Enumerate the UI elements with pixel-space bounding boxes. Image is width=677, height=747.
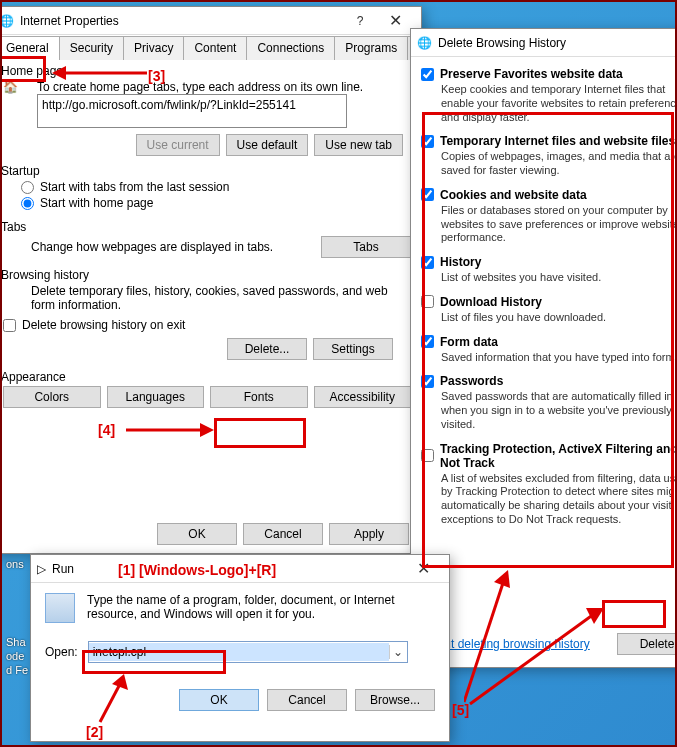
tab-strip: General Security Privacy Content Connect… xyxy=(0,35,421,60)
cancel-button[interactable]: Cancel xyxy=(267,689,347,711)
option-label: Passwords xyxy=(440,374,503,388)
close-button[interactable]: ✕ xyxy=(375,11,415,30)
colors-button[interactable]: Colors xyxy=(3,386,101,408)
delhist-option-7[interactable]: Tracking Protection, ActiveX Filtering a… xyxy=(421,442,677,470)
delete-confirm-button[interactable]: Delete xyxy=(617,633,677,655)
option-desc: A list of websites excluded from filteri… xyxy=(441,472,677,527)
homepage-label: Home page xyxy=(0,60,421,78)
delhist-option-0[interactable]: Preserve Favorites website data xyxy=(421,67,677,81)
startup-last-session-radio[interactable]: Start with tabs from the last session xyxy=(21,180,411,194)
delhist-option-6[interactable]: Passwords xyxy=(421,374,677,388)
open-label: Open: xyxy=(45,645,78,659)
desktop-label: d Fe xyxy=(6,664,28,676)
fonts-button[interactable]: Fonts xyxy=(210,386,308,408)
window-title: Delete Browsing History xyxy=(438,36,566,50)
run-title-icon: ▷ xyxy=(37,562,46,576)
tabs-label: Tabs xyxy=(0,216,421,234)
tab-general[interactable]: General xyxy=(0,36,60,60)
delhist-option-5[interactable]: Form data xyxy=(421,335,677,349)
homepage-hint: To create home page tabs, type each addr… xyxy=(37,80,363,94)
languages-button[interactable]: Languages xyxy=(107,386,205,408)
delete-on-exit-checkbox[interactable]: Delete browsing history on exit xyxy=(3,318,411,332)
use-new-tab-button[interactable]: Use new tab xyxy=(314,134,403,156)
ok-button[interactable]: OK xyxy=(157,523,237,545)
run-dialog: ▷ Run ✕ Type the name of a program, fold… xyxy=(30,554,450,742)
appearance-label: Appearance xyxy=(0,366,421,384)
desktop-label: ode xyxy=(6,650,24,662)
option-label: Form data xyxy=(440,335,498,349)
startup-label: Startup xyxy=(0,160,421,178)
tabs-button[interactable]: Tabs xyxy=(321,236,411,258)
tabs-hint: Change how webpages are displayed in tab… xyxy=(31,240,273,254)
option-desc: Saved information that you have typed in… xyxy=(441,351,677,365)
option-label: Preserve Favorites website data xyxy=(440,67,623,81)
startup-home-page-radio[interactable]: Start with home page xyxy=(21,196,411,210)
window-title: Internet Properties xyxy=(20,14,119,28)
delhist-option-1[interactable]: Temporary Internet files and website fil… xyxy=(421,134,677,148)
option-desc: List of files you have downloaded. xyxy=(441,311,677,325)
annotation-5: [5] xyxy=(452,702,469,718)
browsing-history-hint: Delete temporary files, history, cookies… xyxy=(31,284,411,312)
internet-properties-window: 🌐 Internet Properties ? ✕ General Securi… xyxy=(0,6,422,554)
homepage-input[interactable] xyxy=(37,94,347,128)
option-label: History xyxy=(440,255,481,269)
globe-icon: 🌐 xyxy=(0,14,14,28)
delhist-option-2[interactable]: Cookies and website data xyxy=(421,188,677,202)
option-label: Tracking Protection, ActiveX Filtering a… xyxy=(440,442,677,470)
use-default-button[interactable]: Use default xyxy=(226,134,309,156)
titlebar: 🌐 Delete Browsing History xyxy=(411,29,677,57)
open-combobox[interactable]: ⌄ xyxy=(88,641,408,663)
option-desc: Copies of webpages, images, and media th… xyxy=(441,150,677,178)
use-current-button: Use current xyxy=(136,134,220,156)
accessibility-button[interactable]: Accessibility xyxy=(314,386,412,408)
option-label: Cookies and website data xyxy=(440,188,587,202)
desktop-label: ons xyxy=(6,558,24,570)
titlebar: 🌐 Internet Properties ? ✕ xyxy=(0,7,421,35)
tab-programs[interactable]: Programs xyxy=(334,36,408,60)
tab-content[interactable]: Content xyxy=(183,36,247,60)
option-desc: List of websites you have visited. xyxy=(441,271,677,285)
option-desc: Files or databases stored on your comput… xyxy=(441,204,677,245)
chevron-down-icon[interactable]: ⌄ xyxy=(389,645,407,659)
titlebar: ▷ Run ✕ xyxy=(31,555,449,583)
run-icon xyxy=(45,593,75,623)
close-button[interactable]: ✕ xyxy=(403,559,443,578)
globe-icon: 🌐 xyxy=(417,36,432,50)
open-input[interactable] xyxy=(89,643,389,661)
cancel-button[interactable]: Cancel xyxy=(243,523,323,545)
option-desc: Keep cookies and temporary Internet file… xyxy=(441,83,677,124)
run-hint: Type the name of a program, folder, docu… xyxy=(87,593,435,623)
tab-privacy[interactable]: Privacy xyxy=(123,36,184,60)
delhist-option-3[interactable]: History xyxy=(421,255,677,269)
delete-button[interactable]: Delete... xyxy=(227,338,307,360)
tab-connections[interactable]: Connections xyxy=(246,36,335,60)
settings-button[interactable]: Settings xyxy=(313,338,393,360)
ok-button[interactable]: OK xyxy=(179,689,259,711)
delhist-option-4[interactable]: Download History xyxy=(421,295,677,309)
browsing-history-label: Browsing history xyxy=(0,264,421,282)
home-icon: 🏠 xyxy=(3,80,31,108)
tab-security[interactable]: Security xyxy=(59,36,124,60)
delete-browsing-history-window: 🌐 Delete Browsing History Preserve Favor… xyxy=(410,28,677,668)
desktop-label: Sha xyxy=(6,636,26,648)
option-desc: Saved passwords that are automatically f… xyxy=(441,390,677,431)
apply-button[interactable]: Apply xyxy=(329,523,409,545)
option-label: Temporary Internet files and website fil… xyxy=(440,134,675,148)
window-title: Run xyxy=(52,562,74,576)
help-button[interactable]: ? xyxy=(345,14,375,28)
browse-button[interactable]: Browse... xyxy=(355,689,435,711)
option-label: Download History xyxy=(440,295,542,309)
